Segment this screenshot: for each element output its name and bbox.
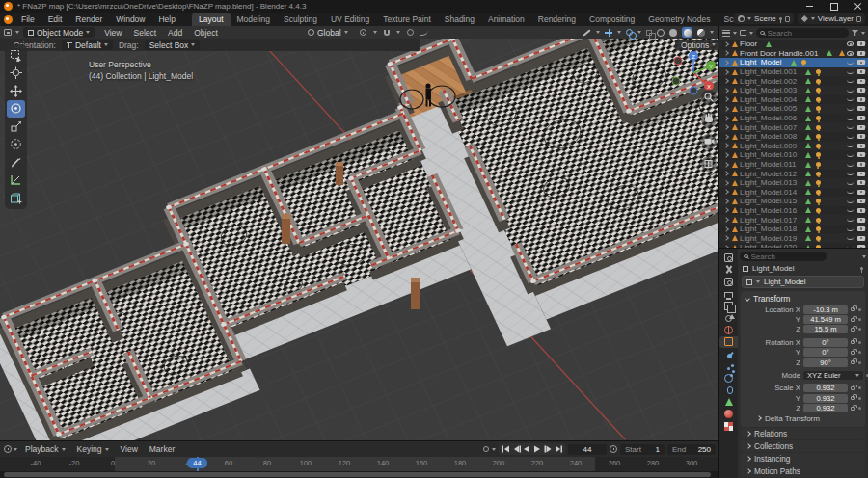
- outliner-row[interactable]: Light_Model.015: [719, 197, 868, 206]
- menu-render[interactable]: Render: [68, 13, 109, 25]
- disclosure-icon[interactable]: [723, 162, 729, 168]
- start-frame-field[interactable]: Start 1: [620, 444, 665, 455]
- disclosure-icon[interactable]: [723, 217, 729, 223]
- tab-material[interactable]: [719, 409, 738, 420]
- disclosure-icon[interactable]: [723, 78, 729, 84]
- object-name-field[interactable]: Light_Model: [742, 276, 864, 288]
- tab-view-layer[interactable]: [719, 300, 738, 311]
- lock-icon[interactable]: [851, 307, 855, 311]
- eye-closed-icon[interactable]: [847, 208, 854, 212]
- timeline-menu-playback[interactable]: Playback: [19, 444, 71, 454]
- camera-visibility-icon[interactable]: [857, 69, 865, 74]
- viewport-canvas[interactable]: Z Y X: [0, 39, 718, 440]
- value-field[interactable]: 0.932: [803, 404, 848, 412]
- tool-add-cube[interactable]: [7, 190, 25, 207]
- outliner-row[interactable]: Light_Model: [719, 58, 868, 67]
- tab-render[interactable]: [719, 276, 738, 287]
- gizmo-neg-z[interactable]: [690, 87, 697, 94]
- animate-dot-icon[interactable]: [858, 318, 861, 321]
- proportional-falloff-icon[interactable]: [420, 30, 428, 36]
- tool-move[interactable]: [7, 83, 25, 100]
- eye-closed-icon[interactable]: [847, 97, 854, 101]
- tool-rotate[interactable]: [7, 100, 25, 118]
- scrollbar-handle[interactable]: [4, 472, 711, 477]
- eye-closed-icon[interactable]: [847, 190, 854, 194]
- disclosure-icon[interactable]: [723, 189, 729, 195]
- shading-material-active[interactable]: [682, 27, 692, 38]
- camera-visibility-icon[interactable]: [857, 218, 865, 223]
- menu-file[interactable]: File: [14, 13, 41, 25]
- timeline-menu-view[interactable]: View: [115, 444, 144, 454]
- delta-transform-section[interactable]: Delta Transform: [743, 413, 863, 424]
- outliner-row[interactable]: Light_Model.009: [719, 142, 868, 151]
- tab-particles[interactable]: [719, 360, 738, 372]
- tool-select-box[interactable]: [7, 47, 25, 65]
- gizmo-neg-x[interactable]: [674, 57, 682, 65]
- transform-panel-header[interactable]: Transform: [743, 293, 863, 305]
- outliner-row[interactable]: Light_Model.004: [719, 95, 868, 105]
- timeline-menu-keying[interactable]: Keying: [71, 444, 115, 454]
- disclosure-icon[interactable]: [723, 41, 729, 47]
- outliner-row[interactable]: Light_Model.014: [719, 188, 868, 198]
- animate-dot-icon[interactable]: [858, 341, 861, 344]
- camera-visibility-icon[interactable]: [857, 97, 865, 102]
- value-field[interactable]: 15.5 m: [803, 325, 848, 333]
- tab-rendering[interactable]: Rendering: [531, 13, 583, 26]
- timeline-ruler[interactable]: -40-200204060801001201401601802002202402…: [0, 457, 718, 471]
- timeline-editor-icon[interactable]: [4, 445, 12, 453]
- camera-visibility-icon[interactable]: [857, 51, 865, 56]
- outliner-row[interactable]: Front Door Handle.001: [719, 49, 868, 59]
- mode-dropdown[interactable]: XYZ Euler: [803, 371, 863, 380]
- eye-closed-icon[interactable]: [847, 89, 854, 93]
- drag-mode-selector[interactable]: Select Box: [145, 40, 201, 50]
- eye-closed-icon[interactable]: [847, 199, 854, 203]
- disclosure-icon[interactable]: [723, 134, 729, 140]
- disclosure-icon[interactable]: [723, 180, 729, 186]
- menu-window[interactable]: Window: [109, 13, 151, 25]
- eye-open-icon[interactable]: [847, 51, 854, 56]
- properties-search[interactable]: [740, 252, 827, 261]
- outliner-row[interactable]: Light_Model.007: [719, 122, 868, 132]
- tab-object[interactable]: [719, 336, 738, 348]
- viewport-menu-view[interactable]: View: [98, 28, 127, 38]
- camera-visibility-icon[interactable]: [857, 41, 865, 46]
- disclosure-icon[interactable]: [723, 106, 729, 112]
- lock-icon[interactable]: [851, 360, 855, 364]
- maximize-button[interactable]: [829, 2, 838, 11]
- jump-to-start-button[interactable]: [501, 444, 510, 454]
- tool-scale[interactable]: [7, 119, 25, 136]
- annotation-pen-icon[interactable]: [583, 29, 590, 36]
- eye-closed-icon[interactable]: [847, 107, 854, 111]
- timeline-menu-marker[interactable]: Marker: [144, 444, 180, 454]
- disclosure-icon[interactable]: [723, 199, 729, 204]
- gizmo-neg-y[interactable]: [672, 77, 680, 85]
- menu-edit[interactable]: Edit: [41, 13, 69, 25]
- playhead-badge[interactable]: 44: [187, 458, 207, 468]
- lock-icon[interactable]: [851, 351, 855, 355]
- disclosure-icon[interactable]: [723, 69, 729, 75]
- outliner-row[interactable]: Light_Model.001: [719, 67, 868, 77]
- new-scene-icon[interactable]: [785, 16, 790, 22]
- animate-dot-icon[interactable]: [858, 328, 861, 331]
- filter-icon[interactable]: [852, 30, 858, 36]
- value-field[interactable]: -10.3 m: [803, 305, 848, 314]
- outliner-row[interactable]: Floor: [719, 40, 868, 49]
- eye-closed-icon[interactable]: [847, 172, 854, 175]
- tab-compositing[interactable]: Compositing: [583, 13, 641, 26]
- eye-closed-icon[interactable]: [847, 125, 854, 129]
- camera-visibility-icon[interactable]: [857, 134, 865, 139]
- outliner-row[interactable]: Light_Model.013: [719, 178, 868, 188]
- orientation-selector[interactable]: Global: [303, 27, 353, 38]
- outliner-row[interactable]: Light_Model.002: [719, 76, 868, 86]
- minimize-button[interactable]: [805, 2, 814, 11]
- viewlayer-selector[interactable]: ViewLayer: [798, 13, 865, 24]
- tab-tool[interactable]: [719, 264, 738, 276]
- lock-icon[interactable]: [851, 318, 855, 322]
- section-instancing[interactable]: Instancing: [741, 453, 865, 465]
- menu-help[interactable]: Help: [151, 13, 181, 25]
- play-button[interactable]: [532, 444, 542, 454]
- pin-icon[interactable]: [779, 17, 782, 20]
- tab-shading[interactable]: Shading: [438, 13, 481, 26]
- eye-closed-icon[interactable]: [847, 153, 854, 157]
- viewport-menu-object[interactable]: Object: [188, 28, 224, 38]
